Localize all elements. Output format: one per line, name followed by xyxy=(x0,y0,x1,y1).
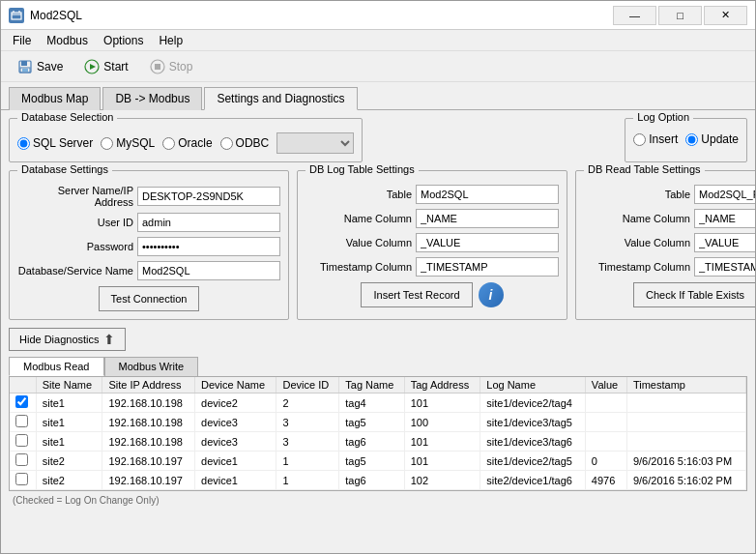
check-table-button[interactable]: Check If Table Exists xyxy=(633,282,755,307)
tab-modbus-map[interactable]: Modbus Map xyxy=(9,87,101,110)
row-ip: 192.168.10.198 xyxy=(102,394,195,413)
log-type-radios: Insert Update xyxy=(633,132,739,146)
radio-mysql[interactable]: MySQL xyxy=(101,136,155,150)
row-tag-addr: 101 xyxy=(404,432,480,452)
dbname-label: Database/Service Name xyxy=(17,265,133,277)
db-settings-panel: Database Settings Server Name/IP Address… xyxy=(9,170,289,320)
userid-input[interactable] xyxy=(137,213,280,232)
read-timestamp-col-input[interactable] xyxy=(694,257,755,277)
tab-modbus-write[interactable]: Modbus Write xyxy=(104,357,199,376)
test-connection-button[interactable]: Test Connection xyxy=(99,286,200,311)
row-ip: 192.168.10.198 xyxy=(102,432,195,452)
log-table-name-label: Table xyxy=(305,189,412,200)
log-option-label: Log Option xyxy=(633,111,693,123)
radio-odbc[interactable]: ODBC xyxy=(220,136,270,150)
userid-field-row: User ID xyxy=(17,213,280,232)
col-value: Value xyxy=(585,377,626,394)
log-table-input[interactable] xyxy=(416,185,559,204)
col-site-name: Site Name xyxy=(36,377,102,394)
table-row: site1 192.168.10.198 device3 3 tag6 101 … xyxy=(10,432,746,452)
save-icon xyxy=(17,59,33,74)
menu-help[interactable]: Help xyxy=(151,32,190,49)
radio-mysql-label: MySQL xyxy=(116,136,155,150)
content-area: Database Selection SQL Server MySQL Orac… xyxy=(1,109,755,553)
menu-file[interactable]: File xyxy=(5,32,39,49)
table-row: site1 192.168.10.198 device3 3 tag5 100 … xyxy=(10,413,746,432)
row-checkbox-cell xyxy=(10,413,36,432)
insert-test-button[interactable]: Insert Test Record xyxy=(361,282,472,307)
log-timestamp-col-row: Timestamp Column xyxy=(305,257,559,277)
radio-sql-server[interactable]: SQL Server xyxy=(17,136,93,150)
main-tabs: Modbus Map DB -> Modbus Settings and Dia… xyxy=(1,82,755,109)
menu-options[interactable]: Options xyxy=(96,32,151,49)
read-table-name-label: Table xyxy=(584,189,690,200)
radio-insert[interactable]: Insert xyxy=(633,132,678,146)
log-value-col-label: Value Column xyxy=(305,237,412,248)
tab-modbus-read[interactable]: Modbus Read xyxy=(9,357,104,376)
save-button[interactable]: Save xyxy=(9,54,72,79)
row-tag-addr: 101 xyxy=(404,394,480,413)
password-field-row: Password xyxy=(17,237,280,256)
db-dropdown[interactable] xyxy=(276,132,354,154)
read-name-col-input[interactable] xyxy=(694,209,755,228)
row-value xyxy=(585,394,626,413)
row-site: site1 xyxy=(36,432,102,452)
row-site: site1 xyxy=(36,413,102,432)
minimize-button[interactable]: — xyxy=(613,6,656,25)
row-tag: tag6 xyxy=(339,471,404,490)
close-button[interactable]: ✕ xyxy=(704,6,747,25)
row-device: device3 xyxy=(195,413,276,432)
row-tag-addr: 100 xyxy=(404,413,480,432)
log-name-col-input[interactable] xyxy=(416,209,559,228)
log-option-group: Log Option Insert Update xyxy=(625,118,747,162)
log-info-button[interactable]: i xyxy=(479,282,504,307)
tab-db-modbus[interactable]: DB -> Modbus xyxy=(102,87,202,110)
menu-bar: File Modbus Options Help xyxy=(1,30,755,51)
radio-update-label: Update xyxy=(701,132,739,146)
start-button[interactable]: Start xyxy=(75,54,136,79)
window-controls: — □ ✕ xyxy=(613,6,747,25)
svg-marker-9 xyxy=(90,64,96,70)
inner-tabs: Modbus Read Modbus Write xyxy=(9,357,747,376)
col-log-name: Log Name xyxy=(480,377,586,394)
dbname-field-row: Database/Service Name xyxy=(17,261,280,280)
dbname-input[interactable] xyxy=(137,261,280,280)
row-value xyxy=(585,413,626,432)
row-tag: tag4 xyxy=(339,394,404,413)
tab-settings-diagnostics[interactable]: Settings and Diagnostics xyxy=(204,87,357,110)
stop-button[interactable]: Stop xyxy=(141,54,202,79)
row-site: site2 xyxy=(36,452,102,471)
radio-insert-label: Insert xyxy=(649,132,678,146)
test-connection-row: Test Connection xyxy=(17,286,280,311)
hide-diagnostics-button[interactable]: Hide Diagnostics ⬆ xyxy=(9,328,126,351)
radio-update[interactable]: Update xyxy=(685,132,739,146)
row-checkbox-4[interactable] xyxy=(15,473,28,485)
table-row: site2 192.168.10.197 device1 1 tag5 101 … xyxy=(10,452,746,471)
row-checkbox-2[interactable] xyxy=(15,434,28,447)
row-timestamp: 9/6/2016 5:16:03 PM xyxy=(626,452,745,471)
table-row: site1 192.168.10.198 device2 2 tag4 101 … xyxy=(10,394,746,413)
menu-modbus[interactable]: Modbus xyxy=(39,32,96,49)
log-timestamp-col-input[interactable] xyxy=(416,257,559,277)
read-table-input[interactable] xyxy=(694,185,755,204)
row-device: device2 xyxy=(195,394,276,413)
row-checkbox-0[interactable] xyxy=(15,395,28,408)
row-device-id: 1 xyxy=(276,452,339,471)
row-timestamp xyxy=(626,413,745,432)
log-name-col-row: Name Column xyxy=(305,209,559,228)
row-checkbox-3[interactable] xyxy=(15,453,28,466)
col-check xyxy=(10,377,36,394)
radio-oracle[interactable]: Oracle xyxy=(162,136,212,150)
password-input[interactable] xyxy=(137,237,280,256)
data-table-container: Site Name Site IP Address Device Name De… xyxy=(9,376,747,491)
read-name-col-label: Name Column xyxy=(584,213,690,224)
log-value-col-input[interactable] xyxy=(416,233,559,252)
server-input[interactable] xyxy=(137,187,280,206)
row-log-name: site1/device3/tag5 xyxy=(480,413,586,432)
svg-rect-5 xyxy=(21,61,27,66)
row-checkbox-1[interactable] xyxy=(15,415,28,427)
maximize-button[interactable]: □ xyxy=(658,6,702,25)
row-tag-addr: 101 xyxy=(404,452,480,471)
read-value-col-input[interactable] xyxy=(694,233,755,252)
title-bar-left: Mod2SQL xyxy=(9,8,82,23)
